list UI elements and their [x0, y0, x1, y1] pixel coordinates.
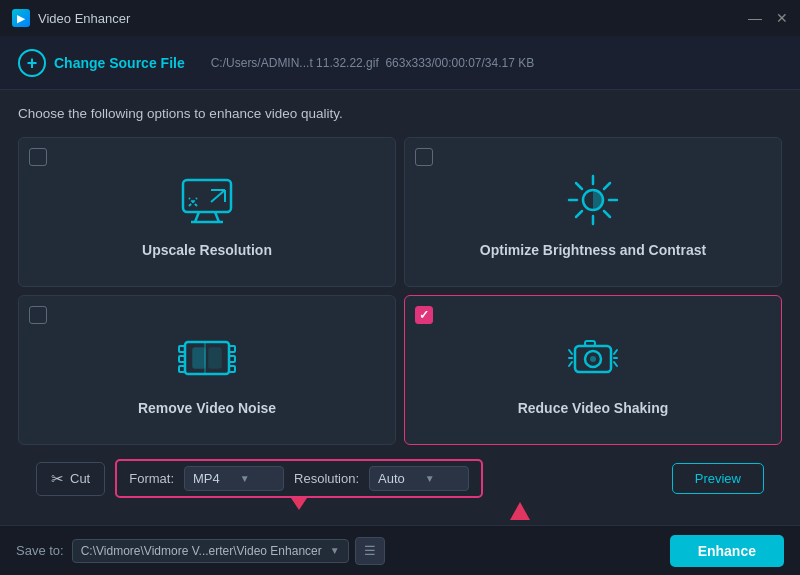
svg-line-14: [576, 183, 582, 189]
title-bar-controls: — ✕: [748, 10, 788, 26]
format-dropdown-arrow: ▼: [240, 473, 250, 484]
change-source-button[interactable]: + Change Source File: [16, 43, 187, 83]
minimize-button[interactable]: —: [748, 10, 762, 26]
svg-line-8: [211, 190, 225, 202]
resolution-label: Resolution:: [294, 471, 359, 486]
svg-rect-24: [229, 366, 235, 372]
svg-rect-18: [185, 342, 229, 374]
format-value: MP4: [193, 471, 220, 486]
camera-shake-icon: [561, 326, 625, 390]
svg-rect-31: [585, 341, 595, 346]
shaking-card: Reduce Video Shaking: [404, 295, 782, 445]
svg-rect-25: [193, 348, 205, 368]
noise-checkbox[interactable]: [29, 306, 47, 324]
sun-icon: [561, 168, 625, 232]
up-arrow-icon: [510, 502, 530, 520]
svg-rect-23: [229, 356, 235, 362]
arrow-indicator: [18, 502, 782, 520]
scissors-icon: ✂: [51, 470, 64, 488]
svg-rect-26: [209, 348, 221, 368]
save-to-label: Save to:: [16, 543, 64, 558]
main-content: Choose the following options to enhance …: [0, 90, 800, 536]
preview-button[interactable]: Preview: [672, 463, 764, 494]
enhance-button[interactable]: Enhance: [670, 535, 784, 567]
svg-line-15: [604, 211, 610, 217]
save-path-dropdown-arrow[interactable]: ▼: [330, 545, 340, 556]
app-icon: ▶: [12, 9, 30, 27]
resolution-value: Auto: [378, 471, 405, 486]
folder-icon: ☰: [364, 543, 376, 558]
brightness-checkbox[interactable]: [415, 148, 433, 166]
brightness-label: Optimize Brightness and Contrast: [480, 242, 706, 258]
remove-noise-card: Remove Video Noise: [18, 295, 396, 445]
svg-line-1: [195, 212, 199, 222]
shaking-label: Reduce Video Shaking: [518, 400, 669, 416]
upscale-checkbox[interactable]: [29, 148, 47, 166]
svg-line-37: [614, 362, 617, 366]
upscale-label: Upscale Resolution: [142, 242, 272, 258]
save-path-display: C:\Vidmore\Vidmore V...erter\Video Enhan…: [72, 539, 349, 563]
add-circle-icon: +: [18, 49, 46, 77]
shaking-checkbox[interactable]: [415, 306, 433, 324]
title-bar-left: ▶ Video Enhancer: [12, 9, 130, 27]
svg-line-2: [215, 212, 219, 222]
noise-label: Remove Video Noise: [138, 400, 276, 416]
svg-marker-38: [510, 502, 530, 520]
top-bar: + Change Source File C:/Users/ADMIN...t …: [0, 36, 800, 90]
format-resolution-box: Format: MP4 ▼ Resolution: Auto ▼: [115, 459, 483, 498]
format-label: Format:: [129, 471, 174, 486]
svg-line-34: [569, 362, 572, 366]
close-button[interactable]: ✕: [776, 10, 788, 26]
svg-rect-20: [179, 356, 185, 362]
svg-line-16: [604, 183, 610, 189]
resolution-dropdown[interactable]: Auto ▼: [369, 466, 469, 491]
cut-button[interactable]: ✂ Cut: [36, 462, 105, 496]
svg-line-35: [614, 350, 617, 354]
film-noise-icon: [175, 326, 239, 390]
svg-rect-21: [179, 366, 185, 372]
file-path: C:/Users/ADMIN...t 11.32.22.gif 663x333/…: [211, 56, 535, 70]
svg-rect-19: [179, 346, 185, 352]
page-subtitle: Choose the following options to enhance …: [18, 106, 782, 121]
app-title: Video Enhancer: [38, 11, 130, 26]
bottom-toolbar: ✂ Cut Format: MP4 ▼ Resolution: Auto ▼ P…: [18, 459, 782, 498]
svg-line-32: [569, 350, 572, 354]
save-path-text: C:\Vidmore\Vidmore V...erter\Video Enhan…: [81, 544, 322, 558]
save-bar: Save to: C:\Vidmore\Vidmore V...erter\Vi…: [0, 525, 800, 575]
brightness-contrast-card: Optimize Brightness and Contrast: [404, 137, 782, 287]
upscale-resolution-card: Upscale Resolution: [18, 137, 396, 287]
resolution-dropdown-arrow: ▼: [425, 473, 435, 484]
change-source-label: Change Source File: [54, 55, 185, 71]
svg-line-17: [576, 211, 582, 217]
cut-label: Cut: [70, 471, 90, 486]
svg-point-30: [590, 356, 596, 362]
options-grid: Upscale Resolution Optimize Brightness a…: [18, 137, 782, 445]
folder-icon-button[interactable]: ☰: [355, 537, 385, 565]
svg-rect-0: [183, 180, 231, 212]
svg-rect-22: [229, 346, 235, 352]
format-dropdown[interactable]: MP4 ▼: [184, 466, 284, 491]
title-bar: ▶ Video Enhancer — ✕: [0, 0, 800, 36]
monitor-upscale-icon: [175, 168, 239, 232]
